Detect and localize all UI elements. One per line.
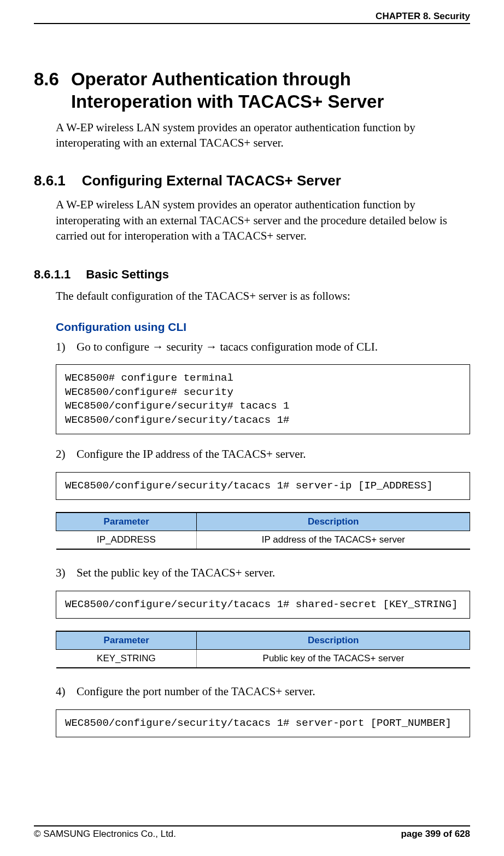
cell-param: KEY_STRING <box>56 650 197 668</box>
step-number: 1) <box>56 339 77 354</box>
step-number: 2) <box>56 446 77 462</box>
step1-text-c: tacacs configuration mode of CLI. <box>217 340 378 353</box>
code-block-2: WEC8500/configure/security/tacacs 1# ser… <box>56 472 470 500</box>
step-2: 2) Configure the IP address of the TACAC… <box>34 446 470 462</box>
footer-copyright: © SAMSUNG Electronics Co., Ltd. <box>34 829 176 840</box>
col-parameter: Parameter <box>56 513 197 531</box>
step-text: Go to configure → security → tacacs conf… <box>77 339 470 354</box>
subsection-title-text: Configuring External TACACS+ Server <box>82 172 341 189</box>
page-header: CHAPTER 8. Security <box>34 11 470 24</box>
arrow-right-icon: → <box>152 340 163 353</box>
col-description: Description <box>197 513 470 531</box>
page-footer: © SAMSUNG Electronics Co., Ltd. page 399… <box>34 825 470 840</box>
parameter-table-2: Parameter Description KEY_STRING Public … <box>56 631 470 668</box>
section-title-text: Operator Authentication through Interope… <box>71 68 470 113</box>
subsubsection-title-text: Basic Settings <box>86 267 169 282</box>
step1-text-a: Go to configure <box>77 340 152 353</box>
step-number: 3) <box>56 565 77 580</box>
table-row: IP_ADDRESS IP address of the TACACS+ ser… <box>56 531 470 550</box>
subsubsection-number: 8.6.1.1 <box>34 267 86 282</box>
col-description: Description <box>197 631 470 650</box>
page-content: 8.6 Operator Authentication through Inte… <box>34 24 470 799</box>
arrow-right-icon: → <box>206 340 217 353</box>
code-block-1: WEC8500# configure terminal WEC8500/conf… <box>56 364 470 435</box>
cell-param: IP_ADDRESS <box>56 531 197 550</box>
parameter-table-1: Parameter Description IP_ADDRESS IP addr… <box>56 512 470 550</box>
subsection-number: 8.6.1 <box>34 172 82 189</box>
subsubsection-heading: 8.6.1.1 Basic Settings <box>34 267 470 282</box>
step-1: 1) Go to configure → security → tacacs c… <box>34 339 470 354</box>
chapter-label: CHAPTER 8. Security <box>376 11 470 21</box>
subsection-intro: A W-EP wireless LAN system provides an o… <box>34 197 470 243</box>
config-using-cli-heading: Configuration using CLI <box>34 321 470 334</box>
subsubsection-intro: The default configuration of the TACACS+… <box>34 288 470 304</box>
code-block-4: WEC8500/configure/security/tacacs 1# ser… <box>56 709 470 738</box>
step-text: Configure the port number of the TACACS+… <box>77 684 470 699</box>
step-4: 4) Configure the port number of the TACA… <box>34 684 470 699</box>
section-number: 8.6 <box>34 68 71 90</box>
step-3: 3) Set the public key of the TACACS+ ser… <box>34 565 470 580</box>
section-heading: 8.6 Operator Authentication through Inte… <box>34 68 470 113</box>
table-header-row: Parameter Description <box>56 513 470 531</box>
page-container: CHAPTER 8. Security 8.6 Operator Authent… <box>0 0 504 856</box>
step-number: 4) <box>56 684 77 699</box>
table-header-row: Parameter Description <box>56 631 470 650</box>
code-block-3: WEC8500/configure/security/tacacs 1# sha… <box>56 591 470 619</box>
section-intro: A W-EP wireless LAN system provides an o… <box>34 120 470 151</box>
cell-desc: IP address of the TACACS+ server <box>197 531 470 550</box>
cell-desc: Public key of the TACACS+ server <box>197 650 470 668</box>
table-row: KEY_STRING Public key of the TACACS+ ser… <box>56 650 470 668</box>
step-text: Set the public key of the TACACS+ server… <box>77 565 470 580</box>
footer-page-number: page 399 of 628 <box>401 829 470 840</box>
step1-text-b: security <box>163 340 206 353</box>
subsection-heading: 8.6.1 Configuring External TACACS+ Serve… <box>34 172 470 189</box>
col-parameter: Parameter <box>56 631 197 650</box>
step-text: Configure the IP address of the TACACS+ … <box>77 446 470 462</box>
